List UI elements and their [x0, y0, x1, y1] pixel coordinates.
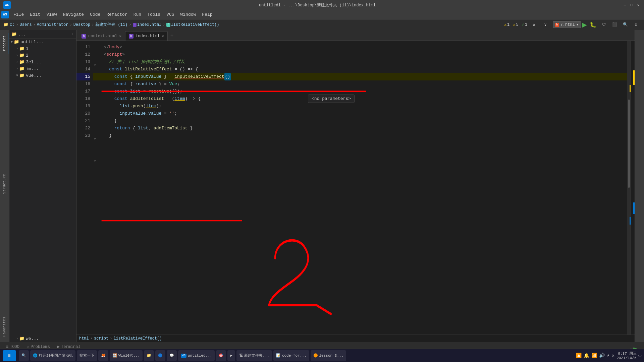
minimize-button[interactable]: —	[623, 3, 627, 7]
tree-root[interactable]: ▼ 📁 untitl...	[9, 39, 76, 45]
scrollbar-thumb[interactable]	[628, 100, 630, 188]
taskbar-firefox[interactable]: 🦊	[98, 350, 108, 361]
maximize-button[interactable]: □	[629, 3, 634, 7]
nav-breadcrumb-c[interactable]: C:	[10, 22, 14, 27]
taskbar-app1[interactable]: 🎯	[216, 350, 226, 361]
debug-button[interactable]: 🐛	[588, 20, 598, 29]
code-line-22[interactable]: return { list, addItemToList }	[93, 125, 631, 132]
sidebar-tab-project[interactable]: Project	[1, 33, 8, 54]
tab-index-html[interactable]: h index.html ✕	[125, 31, 168, 41]
tree-add-icon[interactable]: +	[71, 32, 74, 37]
nav-breadcrumb-users[interactable]: Users	[20, 22, 32, 27]
tab-context-close[interactable]: ✕	[119, 34, 121, 38]
menu-help[interactable]: Help	[199, 11, 215, 18]
code-line-23[interactable]: }	[93, 132, 631, 139]
nav-folders-icon[interactable]: 📁	[3, 22, 8, 27]
menu-file[interactable]: File	[11, 11, 26, 18]
menu-run[interactable]: Run	[131, 11, 144, 18]
menu-refactor[interactable]: Refactor	[104, 11, 130, 18]
menu-view[interactable]: View	[44, 11, 59, 18]
code-line-14[interactable]: const listRelativeEffect = () => {	[93, 66, 631, 73]
code-line-13[interactable]: // 关于 list 操作的内容进行了封装	[93, 58, 631, 66]
warning-count-2[interactable]: ⚠5	[513, 22, 518, 27]
win-controls[interactable]: — □ ✕	[623, 3, 641, 7]
taskbar-windows[interactable]: 🪟 Win10六...	[110, 350, 143, 361]
code-content[interactable]: ▽ ▽ ▽ </body> <script> // 关于 list 操作的内容进…	[93, 41, 631, 335]
editor-breadcrumb: html › script › listRelativeEffect()	[76, 335, 635, 342]
tree-folder-im[interactable]: › 📁 im...	[9, 65, 76, 72]
bc-html[interactable]: html	[79, 336, 89, 341]
nav-up-btn[interactable]: ∧	[529, 20, 539, 29]
code-line-21[interactable]: }	[93, 117, 631, 125]
profile-dropdown[interactable]: h 7.html ▾	[553, 21, 581, 28]
tab-index-close[interactable]: ✕	[162, 34, 164, 38]
code-line-17[interactable]: const list = reactive([]);	[93, 88, 631, 95]
stop-button[interactable]: ⬛	[610, 20, 619, 29]
taskbar-play[interactable]: ▶	[227, 350, 235, 361]
new-tab-button[interactable]: +	[168, 31, 176, 40]
sidebar-tab-favorites[interactable]: Favorites	[1, 314, 8, 339]
taskbar-start-button[interactable]: ⊞	[3, 350, 16, 361]
nav-breadcrumb-admin[interactable]: Administrator	[37, 22, 68, 27]
systray-sound[interactable]: 🔊	[599, 353, 605, 358]
coverage-button[interactable]: 🛡	[599, 20, 608, 29]
code-line-19[interactable]: list.push(item);	[93, 103, 631, 110]
tree-folder-1[interactable]: › 📁 1	[9, 45, 76, 52]
nav-breadcrumb-func[interactable]: f listRelativeEffect()	[166, 22, 219, 27]
show-desktop[interactable]: ▭	[639, 353, 641, 358]
nav-breadcrumb-desktop[interactable]: Desktop	[73, 22, 90, 27]
sidebar-tab-structure[interactable]: Structure	[1, 171, 8, 196]
search-button[interactable]: 🔍	[621, 20, 630, 29]
nav-breadcrumb-folder[interactable]: 新建文件夹 (11)	[95, 22, 127, 27]
warning-count-1[interactable]: ⚠1	[504, 22, 509, 27]
taskbar-lesson[interactable]: 🟠 lesson 3...	[311, 350, 346, 361]
check-count[interactable]: ✓1	[522, 22, 527, 27]
close-button[interactable]: ✕	[636, 3, 641, 7]
bc-script[interactable]: script	[94, 336, 108, 341]
taskbar-wechat[interactable]: 💬	[167, 350, 177, 361]
minimap[interactable]	[631, 41, 635, 335]
chevron-down-icon: ▾	[576, 22, 579, 27]
settings-button[interactable]: ⚙	[631, 20, 641, 29]
right-sidebar	[635, 30, 644, 342]
menu-tools[interactable]: Tools	[145, 11, 163, 18]
menu-window[interactable]: Window	[178, 11, 199, 18]
app1-icon: 🎯	[219, 353, 223, 358]
run-button[interactable]: ▶	[582, 21, 587, 28]
menu-navigate[interactable]: Navigate	[60, 11, 87, 18]
code-line-18[interactable]: const addItemToList = (item) => {	[93, 95, 631, 103]
menu-edit[interactable]: Edit	[27, 11, 43, 18]
systray-battery[interactable]: ⚡	[607, 353, 609, 358]
code-editor[interactable]: 11 12 13 14 15 16 17 18 19 20 21 22 23 ▽…	[76, 41, 635, 335]
code-line-15[interactable]: const { inputValue } = inputRelativeEffe…	[93, 73, 631, 80]
taskbar-vscode[interactable]: 🔵	[155, 350, 165, 361]
tree-folder-3cl[interactable]: › 📁 3cl...	[9, 59, 76, 65]
systray-notify[interactable]: 🔔	[584, 353, 589, 358]
tree-folder-vue[interactable]: ▼ 📁 vue...	[9, 72, 76, 79]
tree-folder-2[interactable]: › 📁 2	[9, 52, 76, 59]
bc-func[interactable]: listRelativeEffect()	[113, 336, 162, 341]
taskbar-newfolder[interactable]: 🏗 新建文件夹...	[236, 350, 272, 361]
taskbar-webstorm[interactable]: WS untitled...	[178, 350, 215, 361]
nav-breadcrumb-file[interactable]: h index.html	[133, 22, 161, 27]
line-num-13: 13	[76, 58, 90, 66]
tree-folder-we[interactable]: › 📁 we...	[9, 335, 76, 342]
taskbar-search-box[interactable]: 搜索一下	[77, 350, 97, 361]
taskbar-browser-news[interactable]: 🌐 打开20用国产发动机	[30, 350, 75, 361]
tab-context-html[interactable]: h context.html ✕	[78, 31, 125, 41]
tree-folder-icon: 📁	[11, 32, 17, 37]
systray-close[interactable]: ✕	[612, 353, 614, 358]
taskbar-search-icon[interactable]: 🔍	[19, 350, 29, 361]
nav-down-btn[interactable]: ∨	[541, 20, 550, 29]
editor-scrollbar[interactable]	[627, 41, 631, 335]
menu-vcs[interactable]: VCS	[164, 11, 177, 18]
menu-code[interactable]: Code	[87, 11, 103, 18]
taskbar-codefor[interactable]: 📝 code-for...	[273, 350, 309, 361]
systray-expand[interactable]: 🔼	[576, 353, 582, 358]
systray-network[interactable]: 📶	[591, 353, 597, 358]
code-line-16[interactable]: const { reactive } = Vue;	[93, 80, 631, 88]
code-line-11[interactable]: </body>	[93, 44, 631, 51]
code-line-12[interactable]: <script>	[93, 51, 631, 58]
code-line-20[interactable]: inputValue.value = '';	[93, 110, 631, 117]
taskbar-explorer[interactable]: 📁	[144, 350, 154, 361]
